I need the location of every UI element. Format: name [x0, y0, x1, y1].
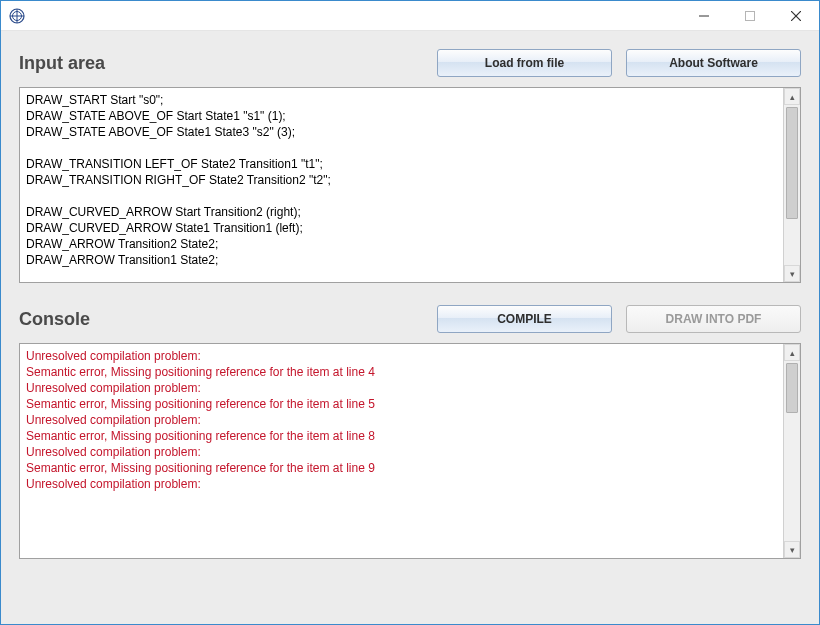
input-section-header: Input area Load from file About Software — [19, 49, 801, 77]
console-line: Unresolved compilation problem: — [26, 444, 386, 460]
scroll-up-icon[interactable]: ▴ — [784, 344, 800, 361]
console-line: Unresolved compilation problem: — [26, 476, 386, 492]
scroll-thumb[interactable] — [786, 363, 798, 413]
console-line: Semantic error, Missing positioning refe… — [26, 396, 386, 412]
input-textarea-panel: DRAW_START Start "s0"; DRAW_STATE ABOVE_… — [19, 87, 801, 283]
console-line: Unresolved compilation problem: — [26, 348, 386, 364]
svg-rect-5 — [746, 11, 755, 20]
input-area-title: Input area — [19, 53, 105, 74]
console-title: Console — [19, 309, 90, 330]
console-line: Unresolved compilation problem: — [26, 380, 386, 396]
scroll-down-icon[interactable]: ▾ — [784, 541, 800, 558]
section-spacer — [19, 283, 801, 305]
client-area: Input area Load from file About Software… — [1, 31, 819, 624]
console-panel: Unresolved compilation problem: Semantic… — [19, 343, 801, 559]
close-button[interactable] — [773, 1, 819, 30]
console-scrollbar[interactable]: ▴ ▾ — [783, 344, 800, 558]
scroll-down-icon[interactable]: ▾ — [784, 265, 800, 282]
console-line: Semantic error, Missing positioning refe… — [26, 460, 386, 476]
maximize-button — [727, 1, 773, 30]
app-window: Input area Load from file About Software… — [0, 0, 820, 625]
scroll-thumb[interactable] — [786, 107, 798, 219]
console-output[interactable]: Unresolved compilation problem: Semantic… — [20, 344, 783, 558]
scroll-track[interactable] — [784, 361, 800, 541]
draw-into-pdf-button: DRAW INTO PDF — [626, 305, 801, 333]
console-section-header: Console COMPILE DRAW INTO PDF — [19, 305, 801, 333]
compile-button[interactable]: COMPILE — [437, 305, 612, 333]
console-button-row: COMPILE DRAW INTO PDF — [437, 305, 801, 333]
titlebar — [1, 1, 819, 31]
input-button-row: Load from file About Software — [437, 49, 801, 77]
console-line: Semantic error, Missing positioning refe… — [26, 428, 386, 444]
window-controls — [681, 1, 819, 30]
load-from-file-button[interactable]: Load from file — [437, 49, 612, 77]
scroll-up-icon[interactable]: ▴ — [784, 88, 800, 105]
input-scrollbar[interactable]: ▴ ▾ — [783, 88, 800, 282]
console-line: Semantic error, Missing positioning refe… — [26, 364, 386, 380]
app-icon — [9, 8, 25, 24]
scroll-track[interactable] — [784, 105, 800, 265]
about-software-button[interactable]: About Software — [626, 49, 801, 77]
console-line: Unresolved compilation problem: — [26, 412, 386, 428]
minimize-button[interactable] — [681, 1, 727, 30]
input-textarea[interactable]: DRAW_START Start "s0"; DRAW_STATE ABOVE_… — [20, 88, 783, 282]
